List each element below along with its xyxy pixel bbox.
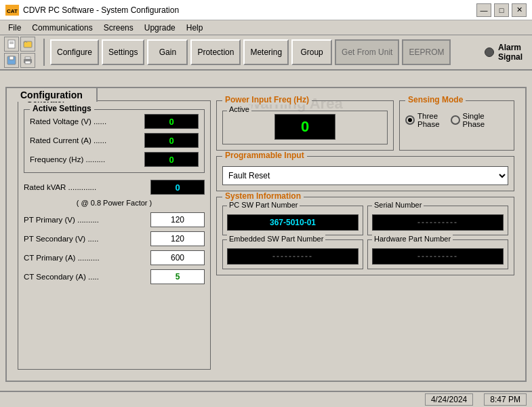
protection-button[interactable]: Protection: [190, 39, 241, 65]
pt-primary-row: PT Primary (V) ..........: [24, 212, 205, 227]
system-info-title: System Information: [222, 191, 304, 201]
ct-secondary-row: CT Secondary (A) .....: [24, 269, 205, 284]
new-icon[interactable]: [4, 37, 19, 52]
hardware-part-label: Hardware Part Number: [372, 235, 453, 243]
three-phase-option[interactable]: ThreePhase: [405, 112, 440, 128]
pt-primary-label: PT Primary (V) ..........: [24, 216, 150, 224]
power-freq-section: Power Input Freq (Hz) Active 0: [216, 100, 394, 151]
serial-number-item: Serial Number ----------: [367, 206, 508, 235]
settings-button[interactable]: Settings: [102, 39, 144, 65]
menu-file[interactable]: File: [3, 22, 26, 34]
right-panel: Power Input Freq (Hz) Active 0 Sensing M…: [216, 100, 514, 370]
serial-number-label: Serial Number: [372, 201, 424, 209]
svg-rect-2: [8, 40, 15, 48]
ct-primary-input[interactable]: [150, 250, 205, 265]
eeprom-button[interactable]: EEPROM: [402, 39, 451, 65]
sensing-mode-options: ThreePhase SinglePhase: [405, 112, 508, 128]
rated-voltage-label: Rated Voltage (V) ......: [30, 117, 144, 125]
single-phase-radio[interactable]: [451, 115, 460, 125]
get-from-unit-button[interactable]: Get From Unit: [335, 39, 399, 65]
ct-primary-row: CT Primary (A) ..........: [24, 250, 205, 265]
group-button[interactable]: Group: [291, 39, 332, 65]
minimize-button[interactable]: —: [476, 3, 491, 17]
gain-button[interactable]: Gain: [147, 39, 188, 65]
menu-help[interactable]: Help: [181, 22, 209, 34]
rated-voltage-display: 0: [144, 114, 199, 129]
three-phase-radio[interactable]: [405, 115, 415, 125]
sensing-mode-section: Sensing Mode ThreePhase SinglePhase: [399, 100, 514, 151]
rated-kvar-label: Rated kVAR .............: [24, 183, 150, 191]
frequency-display: 0: [144, 152, 199, 167]
pc-sw-part-display: 367-5010-01: [227, 214, 359, 231]
pt-secondary-row: PT Secondary (V) .....: [24, 231, 205, 246]
programmable-input-select[interactable]: Fault Reset Remote Start Load Shed: [222, 166, 508, 185]
single-phase-option[interactable]: SinglePhase: [451, 112, 485, 128]
app-logo: CAT: [5, 5, 19, 16]
system-info-grid: PC SW Part Number 367-5010-01 Serial Num…: [222, 206, 508, 269]
menu-screens[interactable]: Screens: [98, 22, 139, 34]
svg-text:CAT: CAT: [7, 8, 18, 14]
sensing-mode-title: Sensing Mode: [405, 95, 466, 104]
power-freq-title: Power Input Freq (Hz): [222, 95, 312, 104]
serial-number-display: ----------: [372, 214, 504, 231]
rated-current-display: 0: [144, 133, 199, 148]
hardware-part-item: Hardware Part Number ----------: [367, 239, 508, 269]
power-freq-display: 0: [274, 114, 335, 140]
configure-button[interactable]: Configure: [50, 39, 99, 65]
alarm-indicator: [485, 47, 494, 57]
programmable-input-section: Programmable Input Fault Reset Remote St…: [216, 156, 514, 191]
content-panel: Warning Area Generator Active Settings R…: [5, 87, 527, 382]
open-icon[interactable]: [20, 37, 35, 52]
print-icon[interactable]: [20, 53, 35, 68]
ct-primary-label: CT Primary (A) ..........: [24, 254, 150, 262]
ct-secondary-label: CT Secondary (A) .....: [24, 273, 150, 281]
embedded-sw-part-display: ----------: [227, 248, 359, 265]
active-settings-box: Active Settings Rated Voltage (V) ......…: [24, 109, 205, 173]
programmable-select-wrapper: Fault Reset Remote Start Load Shed: [222, 161, 508, 185]
metering-button[interactable]: Metering: [243, 39, 289, 65]
status-bar: 4/24/2024 8:47 PM: [0, 391, 532, 407]
main-content: Configuration Warning Area Generator Act…: [0, 87, 532, 407]
embedded-sw-part-label: Embedded SW Part Number: [227, 235, 325, 243]
menu-bar: File Communications Screens Upgrade Help: [0, 20, 532, 35]
rated-kvar-row: Rated kVAR ............. 0: [24, 180, 205, 195]
toolbar-separator-1: [43, 39, 45, 66]
toolbar-icon-group: [4, 37, 35, 68]
svg-rect-7: [9, 56, 14, 60]
status-date: 4/24/2024: [425, 393, 473, 406]
rated-current-row: Rated Current (A) ...... 0: [30, 133, 199, 148]
embedded-sw-part-item: Embedded SW Part Number ----------: [222, 239, 363, 269]
close-button[interactable]: ✕: [512, 3, 527, 17]
window-title: CDVR PC Software - System Configuration: [23, 5, 476, 15]
alarm-area: AlarmSignal: [485, 43, 528, 62]
active-settings-title: Active Settings: [30, 104, 94, 113]
rated-voltage-row: Rated Voltage (V) ...... 0: [30, 114, 199, 129]
svg-rect-10: [25, 57, 30, 59]
configuration-tab[interactable]: Configuration: [5, 87, 98, 102]
toolbar: Configure Settings Gain Protection Meter…: [0, 35, 532, 71]
main-sections: Generator Active Settings Rated Voltage …: [12, 95, 520, 375]
three-phase-label: ThreePhase: [417, 112, 440, 128]
rated-current-label: Rated Current (A) ......: [30, 136, 144, 144]
active-inner-box: Active 0: [222, 111, 388, 144]
pt-secondary-label: PT Secondary (V) .....: [24, 235, 150, 243]
generator-section: Generator Active Settings Rated Voltage …: [18, 100, 211, 370]
maximize-button[interactable]: □: [494, 3, 509, 17]
ct-secondary-input[interactable]: [150, 269, 205, 284]
single-phase-label: SinglePhase: [463, 112, 485, 128]
pc-sw-part-label: PC SW Part Number: [227, 201, 300, 209]
menu-communications[interactable]: Communications: [26, 22, 98, 34]
window-controls[interactable]: — □ ✕: [476, 3, 527, 17]
top-right-section: Power Input Freq (Hz) Active 0 Sensing M…: [216, 100, 514, 151]
status-time: 8:47 PM: [484, 393, 527, 406]
save-icon[interactable]: [4, 53, 19, 68]
menu-upgrade[interactable]: Upgrade: [139, 22, 181, 34]
pc-sw-part-item: PC SW Part Number 367-5010-01: [222, 206, 363, 235]
power-factor-label: ( @ 0.8 Power Factor ): [24, 199, 205, 207]
hardware-part-display: ----------: [372, 248, 504, 265]
pt-secondary-input[interactable]: [150, 231, 205, 246]
svg-rect-9: [25, 61, 30, 64]
frequency-label: Frequency (Hz) .........: [30, 155, 144, 163]
pt-primary-input[interactable]: [150, 212, 205, 227]
title-bar: CAT CDVR PC Software - System Configurat…: [0, 0, 532, 20]
